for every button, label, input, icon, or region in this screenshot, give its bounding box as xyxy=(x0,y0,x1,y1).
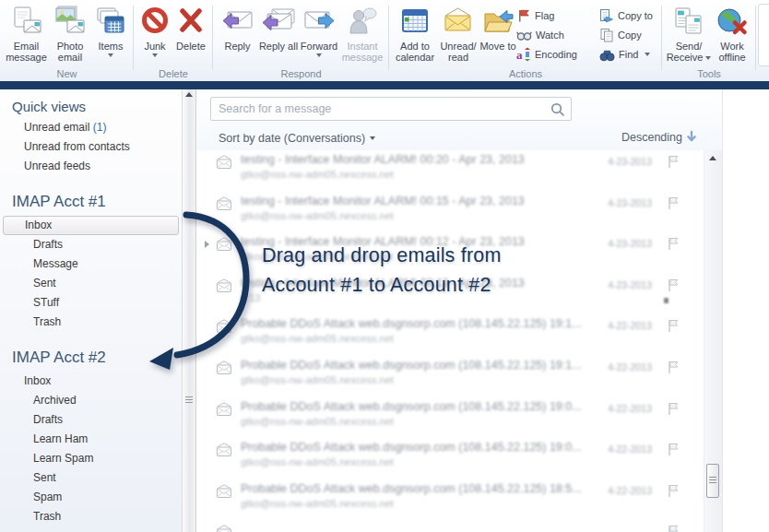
list-header: Sort by date (Conversations) Descending xyxy=(197,89,722,150)
sidebar-folder-item[interactable]: Archived xyxy=(0,391,182,410)
envelope-icon xyxy=(215,361,233,375)
message-flag-icon[interactable] xyxy=(666,278,681,293)
items-icon xyxy=(94,4,127,41)
sidebar-folder-item[interactable]: Unread feeds xyxy=(0,157,182,176)
add-to-calendar-icon xyxy=(399,4,431,41)
message-sender: gtko@nss-nw-adm05.nexcess.net xyxy=(241,374,394,385)
message-row[interactable]: Probable DDoS Attack web.dsgnsorp.com (1… xyxy=(197,440,704,481)
folder-label: Inbox xyxy=(24,374,51,387)
message-flag-icon[interactable] xyxy=(666,524,681,532)
sidebar-folder-item[interactable]: Trash xyxy=(0,313,182,332)
message-row[interactable]: testing - Interface Monitor ALARM! 00:20… xyxy=(197,152,704,194)
add-to-calendar-button[interactable]: Add to calendar xyxy=(393,2,437,63)
items-button[interactable]: Items xyxy=(91,2,130,63)
message-row[interactable] xyxy=(197,522,704,532)
scrollbar-thumb[interactable] xyxy=(706,464,719,498)
message-flag-icon[interactable] xyxy=(666,442,681,457)
encoding-button[interactable]: a Encoding xyxy=(516,46,599,63)
sidebar-section-title[interactable]: Quick views xyxy=(0,95,182,118)
message-flag-icon[interactable] xyxy=(666,483,681,499)
message-row[interactable]: Probable DDoS Attack web.dsgnsorp.com (1… xyxy=(197,399,704,441)
envelope-icon xyxy=(215,525,233,532)
sidebar-folder-item[interactable]: Learn Spam xyxy=(0,449,182,468)
message-flag-icon[interactable] xyxy=(666,195,681,211)
ribbon-group-new: Email message Photo email xyxy=(0,0,134,81)
folder-label: Trash xyxy=(33,510,61,523)
message-flag-icon[interactable] xyxy=(666,236,681,252)
sidebar-section-title[interactable]: IMAP Acct #1 xyxy=(0,187,182,216)
pane-splitter[interactable] xyxy=(182,89,196,532)
search-icon[interactable] xyxy=(550,101,565,117)
sidebar-folder-item[interactable]: Spam xyxy=(0,488,182,507)
sidebar-folder-item[interactable]: Unread email (1) xyxy=(0,118,182,137)
scroll-up-arrow-icon[interactable] xyxy=(709,156,716,160)
copy-to-button[interactable]: Copy to xyxy=(599,7,658,24)
message-flag-icon[interactable] xyxy=(666,360,681,375)
items-dropdown-caret xyxy=(108,53,113,57)
message-row[interactable]: Probable DDoS Attack web.dsgnsorp.com (1… xyxy=(197,358,704,399)
find-button[interactable]: Find xyxy=(599,46,658,63)
sidebar-folder-item[interactable]: Learn Ham xyxy=(0,430,182,449)
sort-order-control[interactable]: Descending xyxy=(621,130,698,144)
sidebar-folder-item[interactable]: Sent xyxy=(0,468,182,488)
sidebar-section-title[interactable]: IMAP Acct #2 xyxy=(0,343,182,372)
message-flag-icon[interactable] xyxy=(666,401,681,417)
sidebar-folder-item[interactable]: Inbox xyxy=(0,372,182,391)
envelope-icon xyxy=(215,443,233,457)
photo-email-button[interactable]: Photo email xyxy=(49,2,91,63)
move-to-label: Move to xyxy=(479,41,515,52)
folder-label: Learn Ham xyxy=(33,432,88,445)
message-date: 4-23-2013 xyxy=(608,238,652,249)
sidebar-folder-item[interactable]: Inbox xyxy=(3,216,179,235)
message-date: 4-22-2013 xyxy=(608,320,652,331)
email-message-icon xyxy=(10,4,43,41)
sidebar-folder-item[interactable]: Sent xyxy=(0,274,182,293)
unread-read-button[interactable]: Unread/ read xyxy=(437,2,479,63)
message-row[interactable]: Probable DDoS Attack web.dsgnsorp.com (1… xyxy=(197,316,704,358)
reply-button[interactable]: Reply xyxy=(217,2,258,63)
message-subject: testing - Interface Monitor ALARM! 00:12… xyxy=(241,235,525,248)
email-message-button[interactable]: Email message xyxy=(4,2,49,63)
message-row[interactable]: testing - Interface Monitor ALARM! 00:15… xyxy=(197,194,704,235)
splitter-grip[interactable] xyxy=(185,396,193,405)
sort-by-control[interactable]: Sort by date (Conversations) xyxy=(219,132,375,145)
junk-button[interactable]: Junk xyxy=(137,2,172,57)
sidebar-section: Quick views Unread email (1) Unread from… xyxy=(0,95,182,176)
watch-button[interactable]: Watch xyxy=(516,27,599,43)
move-to-button[interactable]: Move to xyxy=(479,2,516,63)
message-row[interactable]: testing - Interface Monitor ALARM! 00:12… xyxy=(197,234,704,276)
sidebar-folder-item[interactable]: Drafts xyxy=(0,410,182,430)
forward-button[interactable]: Forward xyxy=(299,2,339,63)
unread-read-label: Unread/ read xyxy=(437,41,479,63)
send-receive-button[interactable]: Send/ Receive xyxy=(666,2,712,63)
instant-message-button[interactable]: Instant message xyxy=(339,2,385,63)
encoding-icon: a xyxy=(516,47,531,62)
copy-button[interactable]: Copy xyxy=(599,27,658,43)
search-input[interactable] xyxy=(210,97,572,121)
reply-all-label: Reply all xyxy=(259,41,298,52)
folder-label: Sent xyxy=(33,471,56,484)
folder-label: Sent xyxy=(33,277,56,290)
delete-label: Delete xyxy=(176,41,206,52)
envelope-icon xyxy=(215,319,233,334)
folder-label: Trash xyxy=(33,315,61,328)
collapse-arrow-icon[interactable] xyxy=(185,92,193,97)
message-row[interactable]: testing - Interface Monitor ALARM! 00:13… xyxy=(197,276,704,317)
message-flag-icon[interactable] xyxy=(666,318,681,334)
reply-all-button[interactable]: Reply all xyxy=(258,2,299,63)
message-subject: testing - Interface Monitor ALARM! 00:20… xyxy=(241,153,525,166)
sidebar-folder-item[interactable]: Drafts xyxy=(0,235,182,254)
expand-conversation-icon[interactable] xyxy=(205,241,209,248)
delete-button[interactable]: Delete xyxy=(172,2,209,57)
message-row[interactable]: Probable DDoS Attack web.dsgnsorp.com (1… xyxy=(197,481,704,523)
message-flag-icon[interactable] xyxy=(666,154,681,170)
message-list-scrollbar[interactable] xyxy=(704,150,722,532)
sidebar-folder-item[interactable]: STuff xyxy=(0,293,182,313)
forward-label: Forward xyxy=(301,41,337,52)
work-offline-button[interactable]: Work offline xyxy=(712,2,752,63)
message-sender: gtko@nss-nw-adm05.nexcess.net xyxy=(241,210,394,221)
sidebar-folder-item[interactable]: Trash xyxy=(0,507,182,526)
flag-button[interactable]: Flag xyxy=(516,7,599,24)
sidebar-folder-item[interactable]: Message xyxy=(0,254,182,274)
sidebar-folder-item[interactable]: Unread from contacts xyxy=(0,137,182,157)
